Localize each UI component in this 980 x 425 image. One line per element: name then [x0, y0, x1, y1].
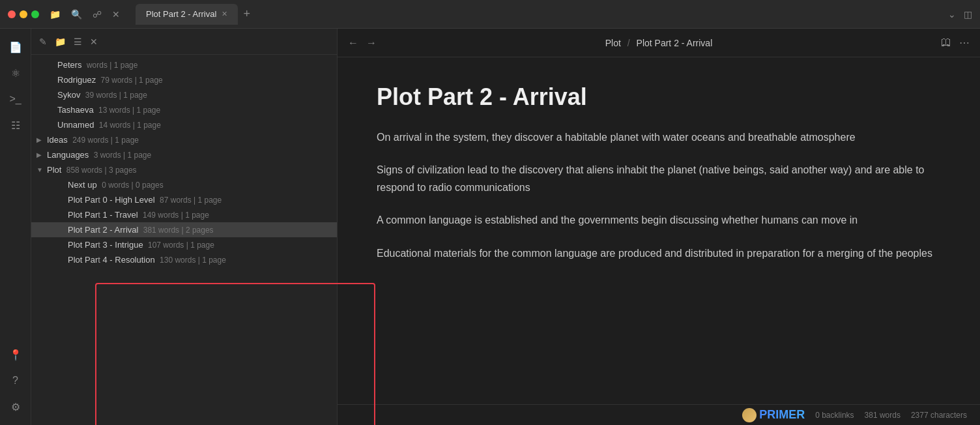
item-meta: 858 words | 3 pages [64, 166, 136, 175]
item-name: Next up [68, 180, 97, 190]
tab-bar: Plot Part 2 - Arrival ✕ + [136, 4, 943, 25]
sidebar-item-location[interactable]: 📍 [5, 344, 26, 365]
primer-logo-circle [742, 408, 757, 422]
item-name: Peters [57, 60, 82, 70]
list-item[interactable]: Plot Part 2 - Arrival 381 words | 2 page… [31, 222, 337, 237]
item-meta: 14 words | 1 page [96, 121, 161, 130]
word-count: 381 words [865, 411, 901, 420]
icon-sidebar: 📄 ⚛ >_ ☷ 📍 ? ⚙ [0, 29, 31, 425]
editor-footer: PRIMER 0 backlinks 381 words 2377 charac… [338, 404, 980, 425]
item-name: Plot Part 3 - Intrigue [68, 240, 143, 250]
item-name: Tashaeva [57, 105, 94, 115]
close-icon[interactable]: ✕ [112, 9, 120, 20]
list-item[interactable]: ▶ Languages 3 words | 1 page [31, 147, 337, 162]
forward-button[interactable]: → [366, 37, 377, 49]
window-controls: 📁 🔍 ☍ ✕ [50, 9, 120, 20]
sidebar-item-files[interactable]: 📄 [5, 37, 26, 57]
document-title: Plot Part 2 - Arrival [377, 83, 941, 111]
chevron-down-icon[interactable]: ⌄ [948, 9, 956, 20]
list-item[interactable]: Tashaeva 13 words | 1 page [31, 102, 337, 117]
list-item[interactable]: Peters words | 1 page [31, 57, 337, 72]
item-meta: 0 words | 0 pages [100, 181, 164, 190]
list-item[interactable]: Plot Part 4 - Resolution 130 words | 1 p… [31, 252, 337, 267]
tab-close-button[interactable]: ✕ [222, 10, 227, 18]
editor-content[interactable]: Plot Part 2 - Arrival On arrival in the … [338, 57, 980, 404]
traffic-lights [8, 10, 39, 18]
folder-icon[interactable]: 📁 [50, 9, 61, 20]
new-note-icon[interactable]: ✎ [39, 37, 47, 47]
chevron-right-icon: ▶ [36, 151, 44, 158]
list-item[interactable]: Rodriguez 79 words | 1 page [31, 72, 337, 87]
main-layout: 📄 ⚛ >_ ☷ 📍 ? ⚙ ✎ 📁 ☰ ✕ Peters words | 1 … [0, 29, 980, 425]
breadcrumb: Plot / Plot Part 2 - Arrival [384, 38, 933, 48]
item-name: Plot Part 0 - High Level [68, 195, 155, 205]
editor-toolbar: ← → Plot / Plot Part 2 - Arrival 🕮 ⋯ [338, 29, 980, 57]
list-item[interactable]: ▼ Plot 858 words | 3 pages [31, 162, 337, 177]
editor-toolbar-right: 🕮 ⋯ [941, 37, 970, 49]
paragraph-2: Signs of civilization lead to the discov… [377, 162, 941, 196]
list-item[interactable]: Plot Part 3 - Intrigue 107 words | 1 pag… [31, 237, 337, 252]
list-item[interactable]: Next up 0 words | 0 pages [31, 177, 337, 192]
split-view-icon[interactable]: ◫ [964, 9, 972, 20]
item-name: Plot Part 1 - Travel [68, 210, 138, 220]
add-tab-button[interactable]: + [243, 7, 250, 21]
item-meta: 13 words | 1 page [96, 106, 161, 115]
more-options-icon[interactable]: ⋯ [959, 37, 970, 49]
file-tree: Peters words | 1 page Rodriguez 79 words… [31, 55, 337, 425]
item-meta: 3 words | 1 page [91, 151, 151, 160]
maximize-button[interactable] [31, 10, 39, 18]
paragraph-1: On arrival in the system, they discover … [377, 129, 941, 146]
item-meta: 149 words | 1 page [141, 211, 209, 220]
item-name: Plot Part 4 - Resolution [68, 255, 155, 265]
file-sidebar: ✎ 📁 ☰ ✕ Peters words | 1 page Rodriguez … [31, 29, 338, 425]
sort-icon[interactable]: ☰ [74, 37, 82, 47]
paragraph-4: Educational materials for the common lan… [377, 245, 941, 262]
editor-area: ← → Plot / Plot Part 2 - Arrival 🕮 ⋯ Plo… [338, 29, 980, 425]
list-item[interactable]: Plot Part 0 - High Level 87 words | 1 pa… [31, 192, 337, 207]
item-meta: 107 words | 1 page [146, 241, 214, 250]
new-folder-icon[interactable]: 📁 [55, 37, 66, 47]
item-meta: words | 1 page [85, 61, 138, 70]
sidebar-item-grid[interactable]: ☷ [5, 115, 26, 136]
titlebar-right-controls: ⌄ ◫ [948, 9, 972, 20]
book-icon[interactable]: 🕮 [941, 37, 951, 49]
character-count: 2377 characters [911, 411, 967, 420]
item-name: Languages [47, 150, 89, 160]
item-name: Unnamed [57, 120, 94, 130]
backlinks-count: 0 backlinks [815, 411, 854, 420]
item-meta: 130 words | 1 page [158, 256, 226, 265]
item-name: Sykov [57, 90, 80, 100]
active-tab[interactable]: Plot Part 2 - Arrival ✕ [136, 4, 238, 25]
item-meta: 87 words | 1 page [158, 196, 222, 205]
item-meta: 39 words | 1 page [83, 91, 147, 100]
chevron-right-icon: ▶ [36, 136, 44, 143]
list-item[interactable]: Plot Part 1 - Travel 149 words | 1 page [31, 207, 337, 222]
sidebar-item-terminal[interactable]: >_ [5, 89, 26, 110]
item-name: Ideas [47, 135, 68, 145]
item-name: Plot [47, 165, 61, 175]
list-item[interactable]: Unnamed 14 words | 1 page [31, 117, 337, 132]
close-button[interactable] [8, 10, 16, 18]
breadcrumb-separator: / [627, 38, 630, 48]
minimize-button[interactable] [20, 10, 27, 18]
search-icon[interactable]: 🔍 [71, 9, 82, 20]
sidebar-item-settings[interactable]: ⚙ [5, 396, 26, 417]
primer-badge: PRIMER [742, 408, 805, 422]
collapse-icon[interactable]: ✕ [90, 37, 98, 47]
breadcrumb-root[interactable]: Plot [605, 38, 621, 48]
item-name: Plot Part 2 - Arrival [68, 225, 138, 235]
primer-logo-text: PRIMER [759, 408, 805, 422]
tab-title: Plot Part 2 - Arrival [146, 9, 216, 19]
breadcrumb-current: Plot Part 2 - Arrival [637, 38, 713, 48]
titlebar: 📁 🔍 ☍ ✕ Plot Part 2 - Arrival ✕ + ⌄ ◫ [0, 0, 980, 29]
paragraph-3: A common language is established and the… [377, 212, 941, 229]
list-item[interactable]: Sykov 39 words | 1 page [31, 87, 337, 102]
list-item[interactable]: ▶ Ideas 249 words | 1 page [31, 132, 337, 147]
back-button[interactable]: ← [348, 37, 358, 49]
item-meta: 79 words | 1 page [98, 76, 163, 85]
layout-icon[interactable]: ☍ [93, 9, 102, 20]
sidebar-item-graph[interactable]: ⚛ [5, 63, 26, 83]
item-meta: 249 words | 1 page [70, 136, 139, 145]
sidebar-item-help[interactable]: ? [5, 370, 26, 391]
item-name: Rodriguez [57, 75, 96, 85]
